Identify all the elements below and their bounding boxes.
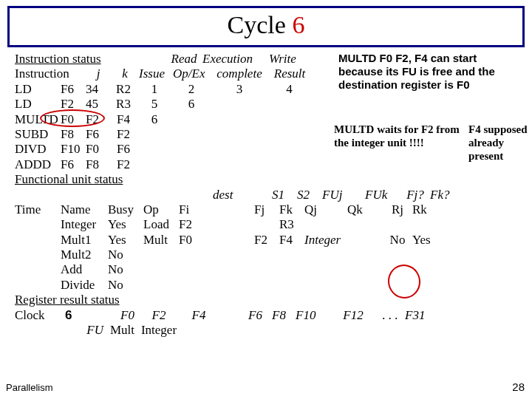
col-read: Read — [166, 52, 202, 66]
col-time: Time — [15, 202, 61, 217]
fu-head1: dest S1 S2 FUj FUk Fj? Fk? — [15, 188, 526, 202]
col-opex: Op/Ex — [173, 66, 210, 81]
col-result: Result — [269, 66, 310, 81]
col-exec: Execution — [202, 52, 269, 66]
section-reg-status: Register result status — [15, 293, 526, 307]
section-instruction-status: Instruction status — [15, 52, 166, 66]
reg-f4: F4 — [180, 308, 217, 323]
reg-f0-val: Mult — [108, 323, 137, 338]
fu-head2: Time Name Busy Op Fi Fj Fk Qj Qk Rj Rk — [15, 202, 526, 217]
title-word1: Cycle — [228, 11, 286, 38]
col-qj: Qj — [304, 202, 347, 217]
fu-rows: IntegerYesLoadF2R3Mult1YesMultF0F2F4Inte… — [15, 217, 526, 293]
col-fjq: Fj? — [400, 188, 430, 202]
clock-value: 6 — [61, 308, 108, 323]
col-issue: Issue — [139, 66, 173, 81]
col-busy: Busy — [108, 202, 143, 217]
note-2a: MULTD waits for F2 from the integer unit… — [334, 123, 460, 149]
reg-f6: F6 — [248, 308, 272, 323]
title-box: Cycle 6 — [7, 6, 525, 47]
reg-f2-val: Integer — [137, 323, 180, 338]
section-fu-status: Functional unit status — [15, 172, 526, 187]
col-s1: S1 — [272, 188, 297, 202]
col-fuj: FUj — [322, 188, 365, 202]
instruction-row: LDF245R356 — [15, 97, 526, 112]
footer-page-number: 28 — [512, 381, 525, 393]
col-rk: Rk — [412, 202, 442, 217]
col-fk: Fk — [279, 202, 304, 217]
reg-f10: F10 — [296, 308, 331, 323]
label-fu: FU — [61, 323, 108, 338]
instruction-row: ADDDF6F8F2 — [15, 157, 526, 172]
label-clock: Clock — [15, 308, 61, 323]
reg-f31: F31 — [405, 308, 434, 323]
col-fj: Fj — [254, 202, 279, 217]
reg-f0: F0 — [108, 308, 137, 323]
footer-left: Parallelism — [6, 382, 53, 393]
note-2b: F4 supposed already present — [468, 123, 528, 163]
fu-row: AddNo — [15, 262, 526, 277]
reg-f12: F12 — [331, 308, 375, 323]
fu-row: IntegerYesLoadF2R3 — [15, 217, 526, 232]
col-name: Name — [61, 202, 108, 217]
reg-dots: . . . — [375, 308, 405, 323]
reg-f4-val — [180, 323, 217, 338]
col-j: j — [86, 66, 111, 81]
col-s2: S2 — [297, 188, 322, 202]
col-qk: Qk — [347, 202, 383, 217]
col-rj: Rj — [383, 202, 412, 217]
col-op: Op — [143, 202, 179, 217]
note-1: MULTD F0 F2, F4 can start because its FU… — [338, 52, 523, 92]
col-write: Write — [269, 52, 306, 66]
reg-values: FU Mult Integer — [15, 323, 526, 338]
fu-row: DivideNo — [15, 278, 526, 293]
col-fuk: FUk — [365, 188, 400, 202]
reg-f2: F2 — [137, 308, 180, 323]
slide-content: MULTD F0 F2, F4 can start because its FU… — [15, 52, 526, 338]
col-dest: dest — [213, 188, 272, 202]
col-fkq: Fk? — [430, 188, 460, 202]
col-fi: Fi — [179, 202, 213, 217]
col-k: k — [111, 66, 139, 81]
title-word2: 6 — [292, 11, 304, 38]
fu-row: Mult1YesMultF0F2F4IntegerNoYes — [15, 233, 526, 248]
note-2: MULTD waits for F2 from the integer unit… — [334, 123, 526, 149]
col-instruction: Instruction — [15, 66, 61, 81]
reg-f8: F8 — [272, 308, 296, 323]
fu-row: Mult2No — [15, 248, 526, 262]
reg-head: Clock 6 F0 F2 F4 F6 F8 F10 F12 . . . F31 — [15, 308, 526, 323]
col-complete: complete — [210, 66, 269, 81]
